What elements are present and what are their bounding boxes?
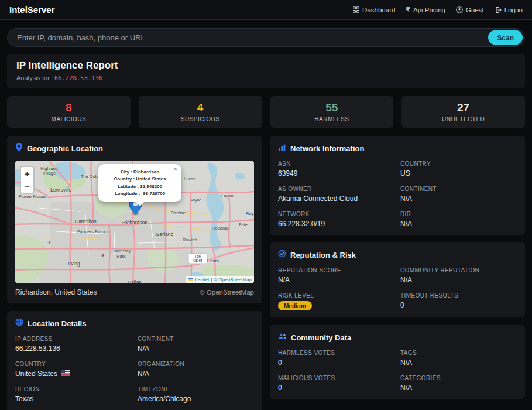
- reputation-risk-card: Reputation & Risk REPUTATION SCORE N/A C…: [270, 242, 525, 317]
- popup-city: City : Richardson: [104, 169, 176, 176]
- stat-harmless: 55 HARMLESS: [270, 96, 394, 128]
- field-as-owner: AS OWNER Akamai Connected Cloud: [278, 186, 394, 203]
- stat-harmless-label: HARMLESS: [314, 116, 349, 122]
- popup-longitude: Longitude : -96.729700: [104, 190, 176, 197]
- field-categories: CATEGORIES N/A: [400, 375, 517, 392]
- risk-level-badge: Medium: [278, 301, 312, 310]
- field-timeout-results: TIMEOUT RESULTS 0: [400, 292, 517, 310]
- leaflet-link[interactable]: Leaflet: [195, 277, 209, 282]
- svg-text:✈: ✈: [101, 252, 105, 258]
- stat-malicious-label: MALICIOUS: [52, 116, 87, 122]
- map-zoom-control: + −: [20, 166, 35, 194]
- map-pin-icon: [15, 143, 23, 154]
- community-card-title: Community Data: [291, 333, 351, 342]
- main-content: Geographic Location: [7, 136, 525, 410]
- person-circle-icon: [456, 6, 463, 13]
- field-community-reputation: COMMUNITY REPUTATION N/A: [400, 267, 517, 284]
- left-column: Geographic Location: [7, 136, 262, 410]
- stat-undetected: 27 UNDETECTED: [401, 96, 525, 128]
- search-bar: Scan: [7, 28, 525, 47]
- nav-dashboard-label: Dashboard: [362, 6, 395, 13]
- map-attribution: Leaflet | © OpenStreetMap: [186, 276, 254, 283]
- location-details-card: Location Details IP ADDRESS 66.228.53.13…: [7, 311, 262, 410]
- community-card-header: Community Data: [278, 332, 517, 343]
- stat-undetected-label: UNDETECTED: [442, 116, 485, 122]
- us-flag-icon: [61, 370, 70, 378]
- field-network-cidr: NETWORK 66.228.32.0/19: [278, 211, 394, 228]
- map-location-text: Richardson, United States: [15, 288, 97, 296]
- right-column: Network Information ASN 63949 COUNTRY US…: [270, 136, 525, 399]
- field-organization: ORGANIZATION N/A: [138, 361, 254, 378]
- brand-logo[interactable]: IntelServer: [9, 5, 55, 15]
- field-country: COUNTRY United States: [15, 361, 132, 378]
- stat-malicious: 8 MALICIOUS: [7, 96, 131, 128]
- osm-link[interactable]: © OpenStreetMap: [214, 277, 252, 282]
- report-header: IP Intelligence Report Analysis for66.22…: [7, 54, 525, 88]
- field-continent: CONTINENT N/A: [138, 336, 254, 353]
- field-reputation-score: REPUTATION SCORE N/A: [278, 267, 394, 284]
- bar-chart-icon: [278, 143, 286, 153]
- field-tags: TAGS N/A: [400, 350, 517, 367]
- analyzed-ip: 66.228.53.136: [54, 74, 102, 81]
- popup-country: Country : United States: [104, 176, 176, 183]
- nav-menu: Dashboard ₹ Api Pricing Guest Log in: [353, 6, 523, 13]
- community-data-card: Community Data HARMLESS VOTES 0 TAGS N/A…: [270, 325, 525, 399]
- stat-malicious-value: 8: [66, 101, 72, 114]
- svg-text:US-67: US-67: [193, 259, 202, 262]
- community-fields: HARMLESS VOTES 0 TAGS N/A MALICIOUS VOTE…: [278, 350, 517, 392]
- globe-icon: [15, 318, 23, 329]
- field-harmless-votes: HARMLESS VOTES 0: [278, 350, 394, 367]
- location-fields: IP ADDRESS 66.228.53.136 CONTINENT N/A C…: [15, 336, 254, 410]
- svg-text:I-30: I-30: [195, 255, 200, 258]
- verdict-stats: 8 MALICIOUS 4 SUSPICIOUS 55 HARMLESS 27 …: [7, 96, 525, 128]
- search-input[interactable]: [7, 28, 525, 47]
- popup-close-icon[interactable]: ×: [174, 166, 177, 172]
- nav-login-label: Log in: [504, 6, 523, 13]
- popup-latitude: Latitude : 32.948200: [104, 183, 176, 190]
- nav-dashboard[interactable]: Dashboard: [353, 6, 395, 13]
- analysis-prefix: Analysis for: [16, 74, 50, 81]
- nav-guest-label: Guest: [466, 6, 484, 13]
- stat-suspicious-value: 4: [197, 101, 204, 114]
- stat-harmless-value: 55: [325, 101, 338, 114]
- scan-button[interactable]: Scan: [488, 30, 523, 45]
- location-card-header: Location Details: [15, 318, 254, 329]
- field-network-country: COUNTRY US: [400, 160, 517, 177]
- geo-card-header: Geographic Location: [15, 143, 254, 154]
- field-network-continent: CONTINENT N/A: [400, 186, 517, 203]
- grid-icon: [353, 6, 359, 13]
- network-information-card: Network Information ASN 63949 COUNTRY US…: [270, 136, 525, 235]
- field-timezone: TIMEZONE America/Chicago: [138, 386, 254, 403]
- stat-undetected-value: 27: [457, 101, 469, 114]
- zoom-out-button[interactable]: −: [21, 180, 33, 193]
- rupee-icon: ₹: [406, 6, 410, 13]
- geographic-location-card: Geographic Location: [7, 136, 262, 303]
- nav-login[interactable]: Log in: [495, 6, 523, 13]
- network-card-header: Network Information: [278, 143, 517, 153]
- stat-suspicious-label: SUSPICIOUS: [181, 116, 220, 122]
- field-risk-level: RISK LEVEL Medium: [278, 292, 394, 310]
- ukraine-flag-icon: [188, 277, 193, 282]
- svg-text:✈: ✈: [47, 240, 52, 245]
- nav-api-pricing-label: Api Pricing: [413, 6, 445, 13]
- zoom-in-button[interactable]: +: [21, 167, 33, 180]
- nav-api-pricing[interactable]: ₹ Api Pricing: [406, 6, 445, 13]
- field-ip-address: IP ADDRESS 66.228.53.136: [15, 336, 132, 353]
- logout-icon: [495, 6, 502, 13]
- page-title: IP Intelligence Report: [16, 60, 516, 71]
- road-shield: I-30 US-67: [188, 254, 207, 264]
- location-card-title: Location Details: [28, 319, 86, 328]
- field-region: REGION Texas: [15, 386, 132, 403]
- field-malicious-votes: MALICIOUS VOTES 0: [278, 375, 394, 392]
- stat-suspicious: 4 SUSPICIOUS: [139, 96, 262, 128]
- nav-guest[interactable]: Guest: [456, 6, 484, 13]
- field-rir: RIR N/A: [400, 211, 517, 228]
- map-canvas[interactable]: ✈ ✈ I-30 US-67 Highland Village The Colo…: [15, 161, 254, 283]
- shield-check-icon: [278, 250, 286, 260]
- network-card-title: Network Information: [290, 144, 364, 153]
- reputation-card-title: Reputation & Risk: [290, 251, 356, 259]
- analysis-subtitle: Analysis for66.228.53.136: [16, 74, 516, 81]
- network-fields: ASN 63949 COUNTRY US AS OWNER Akamai Con…: [278, 160, 517, 228]
- field-asn: ASN 63949: [278, 160, 394, 177]
- reputation-card-header: Reputation & Risk: [278, 250, 517, 260]
